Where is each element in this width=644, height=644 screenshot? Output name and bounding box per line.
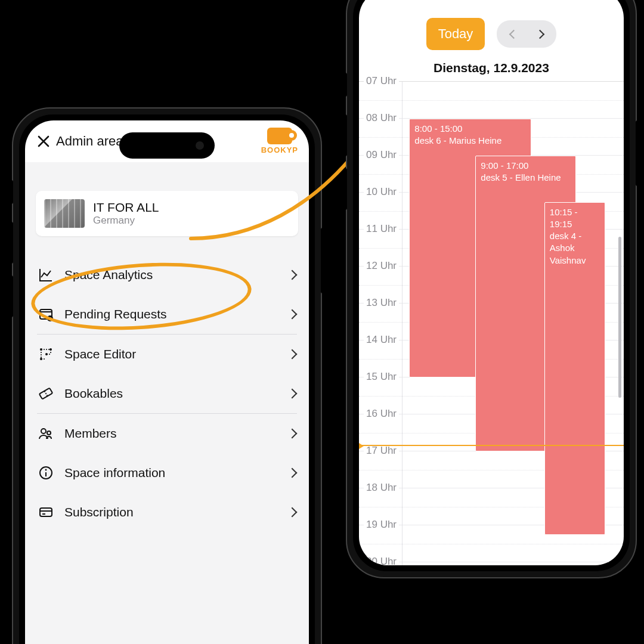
hour-label: 18 Uhr bbox=[364, 482, 399, 494]
chevron-right-icon bbox=[287, 270, 298, 280]
menu-item-label: Bookables bbox=[64, 386, 278, 401]
scrollbar[interactable] bbox=[618, 237, 621, 398]
space-thumbnail bbox=[44, 199, 85, 228]
screen-right: Today Dienstag, 12.9.2023 07 Uhr08 Uhr09… bbox=[359, 0, 624, 565]
menu-item-subscription[interactable]: Subscription bbox=[36, 493, 298, 532]
event-desc: desk 6 - Marius Heine bbox=[414, 135, 525, 147]
menu-item-label: Space Editor bbox=[64, 347, 278, 361]
calendar-event[interactable]: 10:15 - 19:15desk 4 - Ashok Vaishnav bbox=[544, 202, 605, 535]
inbox-question-icon: ? bbox=[38, 306, 54, 322]
screen-left: Admin area BOOKYP IT FOR ALL Germany Spa… bbox=[25, 120, 309, 644]
ticket-icon bbox=[38, 386, 54, 401]
menu-item-info[interactable]: Space information bbox=[36, 453, 298, 493]
brand-logo: BOOKYP bbox=[261, 128, 298, 154]
close-icon bbox=[37, 135, 50, 148]
people-icon bbox=[38, 426, 54, 441]
next-day-button[interactable] bbox=[527, 24, 553, 44]
chart-icon bbox=[38, 267, 54, 283]
prev-day-button[interactable] bbox=[500, 24, 527, 44]
admin-menu: Space Analytics?Pending RequestsSpace Ed… bbox=[36, 255, 298, 532]
hour-label: 14 Uhr bbox=[364, 334, 399, 346]
hour-label: 16 Uhr bbox=[364, 408, 399, 420]
current-time-indicator bbox=[359, 445, 624, 446]
hour-label: 15 Uhr bbox=[364, 371, 399, 383]
day-calendar[interactable]: 07 Uhr08 Uhr09 Uhr10 Uhr11 Uhr12 Uhr13 U… bbox=[359, 81, 624, 565]
today-button[interactable]: Today bbox=[426, 18, 485, 50]
chevron-right-icon bbox=[287, 349, 298, 360]
floorplan-icon bbox=[38, 346, 54, 362]
svg-point-9 bbox=[47, 431, 51, 435]
space-location: Germany bbox=[93, 215, 159, 227]
event-desc: desk 5 - Ellen Heine bbox=[481, 172, 571, 184]
menu-item-editor[interactable]: Space Editor bbox=[36, 335, 298, 374]
menu-item-members[interactable]: Members bbox=[36, 414, 298, 453]
event-time: 8:00 - 15:00 bbox=[414, 123, 525, 135]
hour-label: 13 Uhr bbox=[364, 297, 399, 309]
menu-item-analytics[interactable]: Space Analytics bbox=[36, 255, 298, 295]
menu-item-label: Subscription bbox=[64, 505, 278, 519]
hour-label: 12 Uhr bbox=[364, 260, 399, 272]
brand-logo-icon bbox=[267, 128, 292, 144]
phone-frame-left: Admin area BOOKYP IT FOR ALL Germany Spa… bbox=[12, 107, 322, 644]
close-button[interactable] bbox=[36, 134, 51, 149]
space-name: IT FOR ALL bbox=[93, 200, 159, 215]
info-icon bbox=[38, 465, 54, 481]
phone-frame-right: Today Dienstag, 12.9.2023 07 Uhr08 Uhr09… bbox=[346, 0, 637, 578]
hour-label: 19 Uhr bbox=[364, 519, 399, 531]
space-card[interactable]: IT FOR ALL Germany bbox=[36, 191, 298, 236]
chevron-left-icon bbox=[509, 29, 519, 39]
svg-text:?: ? bbox=[49, 317, 51, 321]
menu-item-label: Space information bbox=[64, 466, 278, 480]
dynamic-island bbox=[119, 132, 215, 159]
menu-item-label: Space Analytics bbox=[64, 268, 278, 282]
menu-item-requests[interactable]: ?Pending Requests bbox=[36, 295, 298, 334]
event-time: 9:00 - 17:00 bbox=[481, 160, 571, 172]
menu-item-label: Members bbox=[64, 426, 278, 441]
page-title: Admin area bbox=[56, 134, 123, 149]
chevron-right-icon bbox=[287, 468, 298, 478]
svg-point-11 bbox=[45, 469, 47, 471]
hour-label: 17 Uhr bbox=[364, 445, 399, 457]
svg-rect-12 bbox=[40, 508, 52, 516]
calendar-toolbar: Today bbox=[359, 0, 624, 61]
hour-label: 09 Uhr bbox=[364, 149, 399, 161]
event-time: 10:15 - 19:15 bbox=[550, 206, 600, 231]
chevron-right-icon bbox=[535, 29, 545, 39]
hour-label: 10 Uhr bbox=[364, 186, 399, 198]
hour-row: 20 Uhr bbox=[359, 562, 624, 565]
chevron-right-icon bbox=[287, 309, 298, 320]
chevron-right-icon bbox=[287, 429, 298, 439]
event-desc: desk 4 - Ashok Vaishnav bbox=[550, 230, 600, 267]
hour-label: 07 Uhr bbox=[364, 75, 399, 87]
menu-item-label: Pending Requests bbox=[64, 307, 278, 321]
chevron-right-icon bbox=[287, 507, 298, 518]
brand-logo-text: BOOKYP bbox=[261, 145, 298, 154]
card-icon bbox=[38, 504, 54, 520]
menu-item-bookables[interactable]: Bookables bbox=[36, 374, 298, 413]
svg-point-8 bbox=[41, 429, 46, 434]
hour-label: 08 Uhr bbox=[364, 112, 399, 124]
date-nav bbox=[497, 20, 556, 48]
hour-label: 11 Uhr bbox=[364, 223, 399, 235]
chevron-right-icon bbox=[287, 389, 298, 399]
